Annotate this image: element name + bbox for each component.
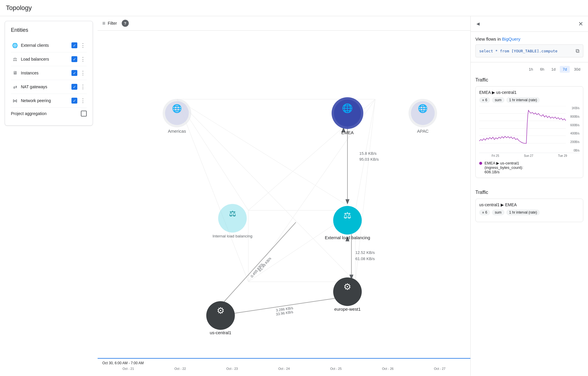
traffic-badges-2: ≡ 6 sum 1 hr interval (rate) [479, 209, 579, 215]
node-americas[interactable]: 🌐 Americas [163, 99, 191, 134]
right-panel-header: ◄ ✕ [471, 16, 588, 32]
nat-gateways-label: NAT gateways [21, 84, 71, 89]
flow-lb-europe-up: 61.08 KB/s [355, 257, 375, 261]
svg-line-2 [177, 99, 355, 210]
flow-emea-lb-up: 95.03 KB/s [359, 157, 379, 162]
svg-text:EMEA: EMEA [341, 130, 354, 135]
entities-panel: Entities 🌐 External clients ✓ ⋮ ⚖ Load b… [5, 21, 93, 126]
tick-3: Oct - 24 [278, 367, 290, 370]
query-box: select * from [YOUR_TABLE].compute ⧉ [475, 44, 583, 57]
badge-interval[interactable]: 1 hr interval (rate) [506, 97, 540, 103]
legend-label: EMEA ▶ us-central1 [485, 161, 523, 165]
entity-row-instances: 🖥 Instances ✓ ⋮ [11, 66, 87, 80]
collapse-icon[interactable]: ◄ [475, 21, 481, 27]
timeline: Oct 30, 6:00 AM - 7:00 AM Oct - 21 Oct -… [98, 358, 470, 376]
bigquery-title: View flows in BigQuery [475, 36, 583, 41]
entity-row-nat-gateways: ⇄ NAT gateways ✓ ⋮ [11, 80, 87, 94]
badge-filter[interactable]: ≡ 6 [479, 97, 490, 103]
traffic-title-2: Traffic [475, 190, 583, 195]
svg-text:🌐: 🌐 [172, 104, 182, 113]
external-clients-icon: 🌐 [11, 43, 19, 48]
badge-sum-2[interactable]: sum [492, 209, 505, 215]
instances-label: Instances [21, 71, 71, 75]
instances-checkbox[interactable]: ✓ [71, 70, 77, 76]
node-apac[interactable]: 🌐 APAC [409, 99, 437, 134]
query-text: select * from [YOUR_TABLE].compute [479, 49, 557, 53]
project-aggregation-label: Project aggregation [11, 111, 81, 116]
chart-x-labels: Fri 25 Sun 27 Tue 29 [479, 153, 579, 159]
traffic-section-2: Traffic us-central1 ▶ EMEA ≡ 6 sum 1 hr … [471, 189, 588, 232]
close-button[interactable]: ✕ [578, 20, 583, 27]
tick-6: Oct - 27 [434, 367, 445, 370]
svg-text:europe-west1: europe-west1 [334, 307, 361, 312]
time-btn-30d[interactable]: 30d [571, 66, 583, 73]
canvas-wrapper[interactable]: 15.8 KB/s 95.03 KB/s 12.52 KB/s 61.08 KB… [98, 31, 470, 358]
help-icon[interactable]: ? [122, 20, 129, 27]
badge-filter-2[interactable]: ≡ 6 [479, 209, 490, 215]
nat-gateways-icon: ⇄ [11, 84, 19, 90]
traffic-card-2: us-central1 ▶ EMEA ≡ 6 sum 1 hr interval… [475, 199, 583, 222]
traffic-chart-1: 1KB/s 800B/s 600B/s 400B/s 200B/s 0B/s [479, 106, 579, 153]
badge-sum[interactable]: sum [492, 97, 505, 103]
entity-row-network-peering: ⋈ Network peering ✓ ⋮ [11, 94, 87, 108]
tick-1: Oct - 22 [174, 367, 186, 370]
time-btn-6h[interactable]: 6h [537, 66, 547, 73]
traffic-card-2-direction: us-central1 ▶ EMEA [479, 202, 579, 207]
filter-icon: ≡ [102, 20, 106, 26]
time-btn-1d[interactable]: 1d [548, 66, 558, 73]
legend-dot [479, 162, 482, 165]
load-balancers-menu[interactable]: ⋮ [79, 55, 87, 64]
svg-text:us-central1: us-central1 [210, 330, 231, 335]
flow-emea-lb-down: 15.8 KB/s [359, 151, 377, 156]
svg-text:⚙: ⚙ [217, 306, 225, 315]
node-internal-lb[interactable]: ⚖ Internal load balancing [213, 204, 253, 238]
network-peering-checkbox[interactable]: ✓ [71, 98, 77, 104]
svg-text:Internal load balancing: Internal load balancing [213, 234, 253, 238]
legend-value: 606.1B/s [485, 170, 523, 174]
timeline-range-label: Oct 30, 6:00 AM - 7:00 AM [102, 361, 466, 365]
time-btn-7d[interactable]: 7d [560, 66, 570, 73]
svg-text:⚖: ⚖ [229, 209, 236, 218]
tick-5: Oct - 26 [382, 367, 394, 370]
traffic-section-1: Traffic EMEA ▶ us-central1 ≡ 6 sum 1 hr … [471, 76, 588, 187]
copy-icon[interactable]: ⧉ [576, 48, 579, 54]
svg-point-30 [218, 204, 247, 232]
topology-svg[interactable]: 15.8 KB/s 95.03 KB/s 12.52 KB/s 61.08 KB… [98, 31, 470, 358]
project-aggregation-checkbox[interactable] [81, 111, 87, 117]
entities-title: Entities [11, 27, 87, 33]
network-peering-label: Network peering [21, 98, 71, 103]
external-clients-checkbox[interactable]: ✓ [71, 42, 77, 48]
time-range-bar: 1h 6h 1d 7d 30d [471, 62, 588, 76]
svg-text:🌐: 🌐 [342, 103, 353, 114]
right-panel: ◄ ✕ View flows in BigQuery select * from… [470, 16, 588, 376]
entity-row-load-balancers: ⚖ Load balancers ✓ ⋮ [11, 52, 87, 66]
svg-text:⚙: ⚙ [343, 282, 351, 292]
node-europe-west1[interactable]: ⚙ europe-west1 [333, 277, 362, 312]
instances-menu[interactable]: ⋮ [79, 69, 87, 77]
timeline-ticks: Oct - 21 Oct - 22 Oct - 23 Oct - 24 Oct … [102, 367, 466, 370]
node-external-lb[interactable]: ⚖ External load balancing [325, 206, 370, 240]
load-balancers-checkbox[interactable]: ✓ [71, 56, 77, 62]
tick-2: Oct - 23 [226, 367, 238, 370]
svg-text:🌐: 🌐 [418, 104, 428, 113]
svg-text:External load balancing: External load balancing [325, 235, 370, 240]
network-peering-menu[interactable]: ⋮ [79, 96, 87, 105]
load-balancers-label: Load balancers [21, 57, 71, 61]
bigquery-link[interactable]: BigQuery [502, 36, 521, 41]
svg-line-11 [177, 99, 355, 282]
network-peering-icon: ⋈ [11, 98, 19, 104]
topology-area[interactable]: ≡ Filter ? [98, 16, 470, 376]
tick-4: Oct - 25 [330, 367, 342, 370]
tick-0: Oct - 21 [123, 367, 134, 370]
nat-gateways-menu[interactable]: ⋮ [79, 82, 87, 91]
node-us-central1[interactable]: ⚙ us-central1 [206, 301, 235, 335]
bigquery-section: View flows in BigQuery select * from [YO… [471, 32, 588, 62]
filter-bar: ≡ Filter ? [98, 16, 470, 31]
traffic-legend-1: EMEA ▶ us-central1 (ingress_bytes_count)… [479, 161, 579, 174]
chart-y-labels: 1KB/s 800B/s 600B/s 400B/s 200B/s 0B/s [566, 106, 579, 153]
nat-gateways-checkbox[interactable]: ✓ [71, 84, 77, 90]
time-btn-1h[interactable]: 1h [526, 66, 536, 73]
external-clients-menu[interactable]: ⋮ [79, 41, 87, 50]
badge-interval-2[interactable]: 1 hr interval (rate) [506, 209, 540, 215]
traffic-card-1: EMEA ▶ us-central1 ≡ 6 sum 1 hr interval… [475, 86, 583, 178]
